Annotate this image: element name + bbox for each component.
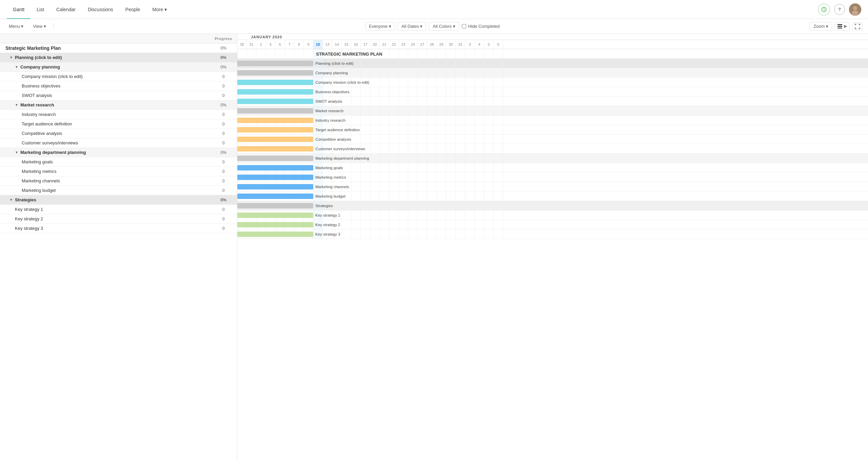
gantt-bar[interactable] xyxy=(237,232,313,237)
task-progress: 0 xyxy=(210,179,237,183)
nav-gantt[interactable]: Gantt xyxy=(7,0,31,19)
task-label[interactable]: Marketing department planning xyxy=(20,150,86,155)
task-label[interactable]: Company mission (click to edit) xyxy=(22,74,83,79)
task-progress: 0 xyxy=(210,207,237,212)
task-label[interactable]: Key strategy 2 xyxy=(15,216,43,221)
menu-button[interactable]: Menu ▾ xyxy=(5,22,27,30)
clock-icon[interactable] xyxy=(818,3,830,16)
hide-completed-checkbox[interactable] xyxy=(462,24,466,28)
task-label[interactable]: Planning (click to edit) xyxy=(15,55,62,60)
task-label[interactable]: Industry research xyxy=(22,112,56,117)
gantt-bar[interactable] xyxy=(237,99,313,104)
gantt-cell xyxy=(456,97,465,106)
zoom-button[interactable]: Zoom ▾ xyxy=(810,22,832,31)
gantt-bar[interactable] xyxy=(237,70,313,76)
main-content: Progress Strategic Marketing Plan0%▼Plan… xyxy=(0,34,868,461)
gantt-cell xyxy=(418,220,427,229)
gantt-bar[interactable] xyxy=(237,184,313,189)
gantt-bar[interactable] xyxy=(237,146,313,152)
task-label[interactable]: Competitive analysis xyxy=(22,131,62,136)
gantt-bar[interactable] xyxy=(237,213,313,218)
nav-people[interactable]: People xyxy=(119,0,146,19)
gantt-cell xyxy=(389,106,399,115)
everyone-filter[interactable]: Everyone ▾ xyxy=(365,22,395,31)
gantt-cell xyxy=(437,220,446,229)
view-toggle-btn[interactable] xyxy=(835,22,850,31)
gantt-cell xyxy=(484,220,494,229)
hide-completed-toggle[interactable]: Hide Completed xyxy=(462,24,500,29)
gantt-cell xyxy=(484,135,494,144)
gantt-cell xyxy=(389,220,399,229)
task-label[interactable]: Marketing metrics xyxy=(22,169,57,174)
gantt-cell xyxy=(408,97,418,106)
gantt-cell xyxy=(370,97,380,106)
gantt-bar-label: Key strategy 1 xyxy=(315,213,340,217)
nav-list[interactable]: List xyxy=(31,0,50,19)
gantt-cell xyxy=(475,220,484,229)
gantt-cell xyxy=(408,173,418,182)
user-avatar[interactable] xyxy=(849,3,861,16)
gantt-cell xyxy=(399,201,408,210)
task-label[interactable]: Marketing channels xyxy=(22,178,60,183)
nav-calendar[interactable]: Calendar xyxy=(50,0,82,19)
task-label: Strategic Marketing Plan xyxy=(5,45,61,51)
toolbar: Menu ▾ View ▾ Everyone ▾ All Dates ▾ All… xyxy=(0,19,868,34)
gantt-cell xyxy=(380,163,389,172)
task-label[interactable]: Market research xyxy=(20,102,54,107)
task-label[interactable]: Strategies xyxy=(15,197,36,202)
collapse-arrow-icon[interactable]: ▼ xyxy=(9,198,13,202)
gantt-cell xyxy=(418,144,427,153)
gantt-cell xyxy=(484,154,494,163)
all-colors-filter[interactable]: All Colors ▾ xyxy=(429,22,459,31)
gantt-bar[interactable] xyxy=(237,61,313,66)
gantt-bar[interactable] xyxy=(237,175,313,180)
task-label[interactable]: Key strategy 3 xyxy=(15,226,43,231)
gantt-cell xyxy=(408,229,418,239)
gantt-bar[interactable] xyxy=(237,165,313,171)
gantt-day: 24 xyxy=(408,40,418,49)
gantt-cell xyxy=(484,59,494,68)
task-row: Business objectives0 xyxy=(0,81,237,91)
gantt-bar[interactable] xyxy=(237,80,313,85)
collapse-arrow-icon[interactable]: ▼ xyxy=(15,103,18,107)
collapse-arrow-icon[interactable]: ▼ xyxy=(15,65,18,69)
gantt-grid-row: Key strategy 2 xyxy=(237,220,868,229)
task-label[interactable]: Customer surveys/interviews xyxy=(22,140,78,145)
gantt-bar[interactable] xyxy=(237,194,313,199)
gantt-bar[interactable] xyxy=(237,118,313,123)
gantt-cell xyxy=(408,135,418,144)
help-icon[interactable]: ? xyxy=(834,4,845,15)
fullscreen-button[interactable] xyxy=(852,22,863,31)
task-row: Key strategy 10 xyxy=(0,205,237,214)
gantt-cell xyxy=(418,163,427,172)
collapse-arrow-icon[interactable]: ▼ xyxy=(9,56,13,59)
gantt-cell xyxy=(437,163,446,172)
gantt-bar[interactable] xyxy=(237,156,313,161)
task-label[interactable]: Company planning xyxy=(20,64,60,69)
gantt-bar[interactable] xyxy=(237,222,313,227)
collapse-arrow-icon[interactable]: ▼ xyxy=(15,151,18,154)
gantt-bar-label: Customer surveys/interviews xyxy=(315,147,365,151)
gantt-bar[interactable] xyxy=(237,89,313,95)
all-dates-filter[interactable]: All Dates ▾ xyxy=(398,22,427,31)
gantt-bar[interactable] xyxy=(237,137,313,142)
gantt-bar-label: Planning (click to edit) xyxy=(315,61,354,65)
gantt-cell xyxy=(437,135,446,144)
gantt-cell xyxy=(399,106,408,115)
nav-discussions[interactable]: Discussions xyxy=(82,0,119,19)
task-label[interactable]: Business objectives xyxy=(22,83,60,88)
task-label[interactable]: Target audience definition xyxy=(22,121,72,126)
gantt-bar[interactable] xyxy=(237,203,313,208)
task-label[interactable]: Marketing goals xyxy=(22,159,53,164)
task-label[interactable]: SWOT analysis xyxy=(22,93,52,98)
gantt-grid-row: Competitive analysis xyxy=(237,135,868,144)
gantt-bar[interactable] xyxy=(237,108,313,114)
task-label[interactable]: Marketing budget xyxy=(22,188,56,193)
gantt-cell xyxy=(361,116,370,125)
gantt-cell xyxy=(437,211,446,220)
view-button[interactable]: View ▾ xyxy=(29,22,50,30)
nav-more[interactable]: More ▾ xyxy=(146,0,173,19)
gantt-cell xyxy=(494,154,503,163)
task-label[interactable]: Key strategy 1 xyxy=(15,207,43,212)
gantt-bar[interactable] xyxy=(237,127,313,133)
